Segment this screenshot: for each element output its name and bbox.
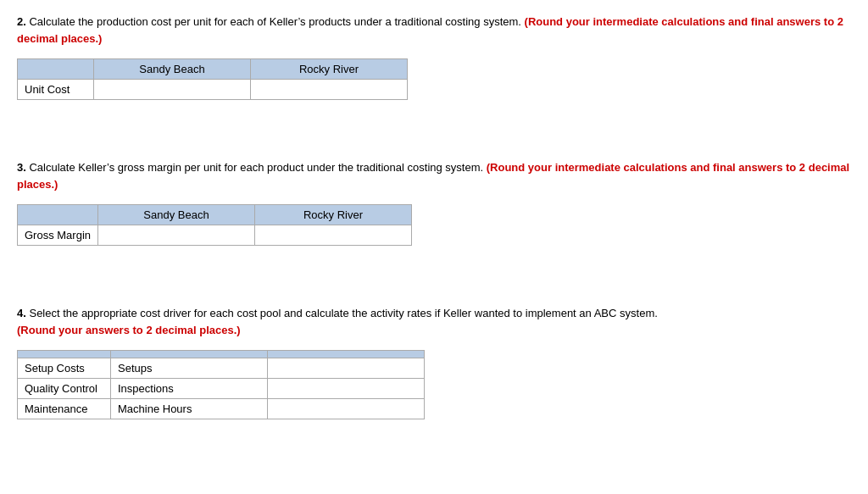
q3-col1-field[interactable] (105, 229, 248, 241)
q3-col2-input[interactable] (255, 225, 412, 246)
q2-header-empty (18, 59, 94, 80)
question-2: 2. Calculate the production cost per uni… (17, 14, 851, 100)
q4-row-1: Quality Control (18, 379, 425, 399)
q3-number: 3. (17, 161, 26, 174)
q4-driver-field-0[interactable] (118, 362, 260, 375)
q4-driver-0[interactable] (111, 358, 268, 379)
q4-rate-field-2[interactable] (275, 402, 417, 415)
q2-col1-input[interactable] (94, 80, 251, 100)
q2-header-col1: Sandy Beach (94, 59, 251, 80)
q2-col2-input[interactable] (251, 80, 408, 100)
q4-pool-0: Setup Costs (18, 358, 111, 379)
q4-header-rate (268, 351, 425, 358)
q3-header-empty (18, 205, 98, 225)
spacer-2 (17, 271, 851, 305)
q4-row-2: Maintenance (18, 399, 425, 419)
q2-text: 2. Calculate the production cost per uni… (17, 14, 851, 47)
q2-number: 2. (17, 15, 26, 28)
q4-driver-2[interactable] (111, 399, 268, 419)
q2-col1-field[interactable] (101, 83, 243, 96)
q2-header-col2: Rocky River (251, 59, 408, 80)
q4-rate-2[interactable] (268, 399, 425, 419)
q2-row-label: Unit Cost (18, 80, 94, 100)
q2-col2-field[interactable] (258, 83, 400, 96)
q3-bold: (Round your intermediate calculations an… (17, 161, 849, 191)
q2-table: Sandy Beach Rocky River Unit Cost (17, 58, 408, 100)
q4-rate-field-0[interactable] (275, 362, 417, 375)
q4-driver-1[interactable] (111, 379, 268, 399)
q4-rate-field-1[interactable] (275, 382, 417, 395)
question-4: 4. Select the appropriate cost driver fo… (17, 305, 851, 419)
q4-bold: (Round your answers to 2 decimal places.… (17, 324, 241, 336)
q4-pool-2: Maintenance (18, 399, 111, 419)
q4-number: 4. (17, 307, 26, 319)
q3-header-col2: Rocky River (255, 205, 412, 225)
spacer-1 (17, 125, 851, 159)
q2-row: Unit Cost (18, 80, 408, 100)
q3-col1-input[interactable] (98, 225, 255, 246)
q3-table: Sandy Beach Rocky River Gross Margin (17, 204, 412, 246)
q3-text: 3. Calculate Keller’s gross margin per u… (17, 159, 851, 192)
q4-driver-field-1[interactable] (118, 382, 260, 395)
q3-row: Gross Margin (18, 225, 412, 246)
q3-row-label: Gross Margin (18, 225, 98, 246)
question-3: 3. Calculate Keller’s gross margin per u… (17, 159, 851, 246)
q4-rate-1[interactable] (268, 379, 425, 399)
q4-text: 4. Select the appropriate cost driver fo… (17, 305, 851, 338)
q4-header-driver (111, 351, 268, 358)
q4-header-row (18, 351, 425, 358)
q4-rate-0[interactable] (268, 358, 425, 379)
q4-pool-1: Quality Control (18, 379, 111, 399)
q4-row-0: Setup Costs (18, 358, 425, 379)
q2-bold: (Round your intermediate calculations an… (17, 15, 843, 45)
q3-col2-field[interactable] (262, 229, 404, 241)
q3-header-col1: Sandy Beach (98, 205, 255, 225)
q4-table: Setup Costs Quality Control Maintenance (17, 350, 425, 419)
q4-driver-field-2[interactable] (118, 402, 260, 415)
q4-header-pool (18, 351, 111, 358)
